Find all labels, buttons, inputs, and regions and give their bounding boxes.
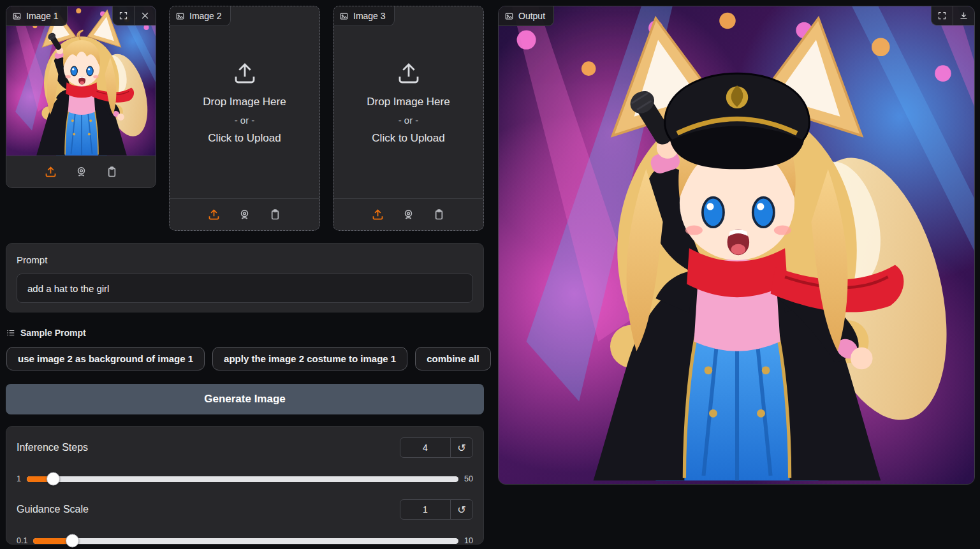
- or-text: - or -: [235, 115, 255, 126]
- download-icon[interactable]: [953, 6, 974, 25]
- image-icon: [12, 11, 22, 21]
- clipboard-icon[interactable]: [105, 165, 119, 179]
- reset-icon[interactable]: ↺: [450, 438, 472, 457]
- upload-large-icon: [395, 60, 422, 87]
- close-icon[interactable]: [134, 6, 156, 25]
- output-controls: [931, 6, 974, 26]
- slider-min: 0.1: [17, 536, 27, 545]
- image1-toolbar: [6, 156, 156, 187]
- image3-toolbar: [333, 198, 483, 230]
- reset-icon[interactable]: ↺: [450, 500, 472, 519]
- clipboard-icon[interactable]: [268, 208, 282, 221]
- output-header: Output: [499, 6, 554, 26]
- slider-handle[interactable]: [47, 472, 60, 486]
- drop-text: Drop Image Here: [203, 96, 286, 108]
- slider-handle[interactable]: [66, 534, 79, 548]
- slider-track[interactable]: [33, 538, 458, 544]
- inference-steps-block: Inference Steps 4 ↺ 1 50: [17, 437, 473, 483]
- output-label: Output: [518, 11, 545, 21]
- guidance-scale-input-group: 1 ↺: [400, 499, 473, 520]
- output-panel: Output: [498, 6, 975, 485]
- upload-icon[interactable]: [207, 208, 221, 221]
- webcam-icon[interactable]: [75, 165, 88, 179]
- slider-max: 50: [464, 474, 473, 483]
- image2-panel: Image 2 Drop Image Here - or - Click to …: [169, 6, 320, 231]
- image3-panel: Image 3 Drop Image Here - or - Click to …: [333, 6, 484, 231]
- settings-card: Inference Steps 4 ↺ 1 50 Guidance Scale …: [6, 426, 484, 545]
- click-upload-text: Click to Upload: [208, 132, 281, 145]
- sample-prompt-section: Sample Prompt use image 2 as background …: [6, 328, 485, 370]
- image1-photo[interactable]: [6, 6, 156, 157]
- guidance-scale-slider: 0.1 10: [17, 536, 473, 545]
- image1-panel: Image 1: [6, 6, 156, 188]
- guidance-scale-block: Guidance Scale 1 ↺ 0.1 10: [17, 499, 473, 545]
- inference-steps-value[interactable]: 4: [400, 438, 450, 457]
- click-upload-text: Click to Upload: [372, 132, 444, 145]
- slider-track[interactable]: [27, 476, 458, 482]
- list-icon: [6, 328, 15, 337]
- image-icon: [175, 11, 185, 21]
- sample-prompt-label: Sample Prompt: [20, 328, 86, 338]
- slider-min: 1: [17, 474, 21, 483]
- image2-header: Image 2: [170, 6, 231, 26]
- image1-controls: [112, 6, 156, 26]
- image3-label: Image 3: [353, 11, 386, 21]
- clipboard-icon[interactable]: [432, 208, 446, 221]
- upload-icon[interactable]: [44, 165, 57, 179]
- slider-max: 10: [464, 536, 473, 545]
- sample-button-3[interactable]: combine all: [415, 347, 491, 370]
- image3-header: Image 3: [333, 6, 395, 26]
- upload-icon[interactable]: [371, 208, 384, 221]
- upload-large-icon: [231, 60, 258, 87]
- generate-image-button[interactable]: Generate Image: [6, 384, 484, 414]
- image1-header: Image 1: [6, 6, 68, 26]
- inference-steps-input-group: 4 ↺: [400, 437, 473, 458]
- image-icon: [504, 11, 514, 21]
- fullscreen-icon[interactable]: [113, 6, 134, 25]
- drop-text: Drop Image Here: [367, 96, 450, 108]
- image2-toolbar: [170, 198, 319, 230]
- guidance-scale-label: Guidance Scale: [17, 504, 89, 515]
- or-text: - or -: [399, 115, 419, 126]
- guidance-scale-value[interactable]: 1: [400, 500, 450, 519]
- sample-button-2[interactable]: apply the image 2 costume to image 1: [212, 347, 407, 370]
- image3-dropzone[interactable]: Drop Image Here - or - Click to Upload: [333, 6, 483, 198]
- fullscreen-icon[interactable]: [932, 6, 953, 25]
- inference-steps-label: Inference Steps: [17, 442, 88, 453]
- output-image[interactable]: [499, 6, 975, 485]
- sample-button-1[interactable]: use image 2 as background of image 1: [6, 347, 205, 370]
- image-icon: [339, 11, 349, 21]
- image1-label: Image 1: [26, 11, 59, 21]
- inference-steps-slider: 1 50: [17, 474, 473, 483]
- webcam-icon[interactable]: [402, 208, 415, 221]
- prompt-input[interactable]: [17, 274, 473, 303]
- webcam-icon[interactable]: [238, 208, 251, 221]
- prompt-label: Prompt: [17, 254, 473, 265]
- image2-label: Image 2: [189, 11, 222, 21]
- image2-dropzone[interactable]: Drop Image Here - or - Click to Upload: [170, 6, 319, 198]
- prompt-card: Prompt: [6, 243, 484, 312]
